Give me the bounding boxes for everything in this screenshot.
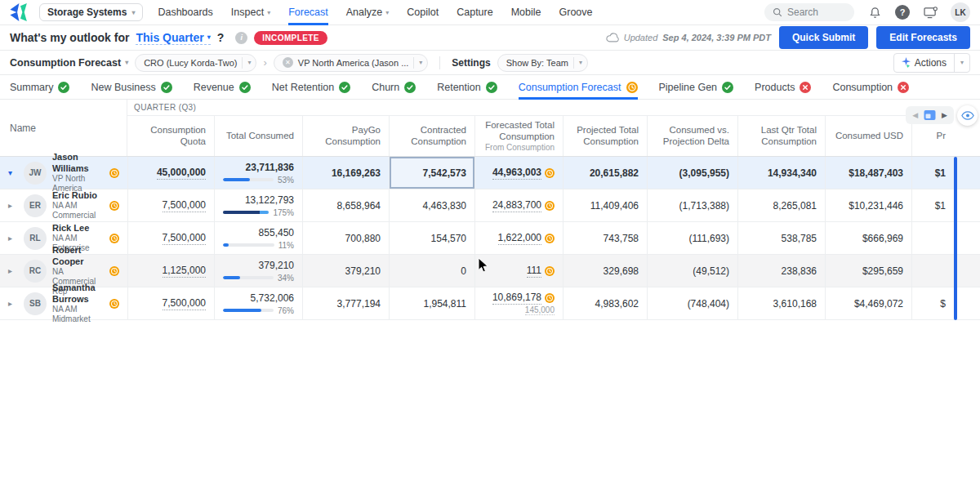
pager-next-icon[interactable]: ▶: [942, 111, 947, 119]
table-cell[interactable]: 7,500,000: [127, 189, 214, 221]
table-cell[interactable]: 111: [474, 255, 563, 287]
table-cell[interactable]: 7,500,000: [127, 222, 214, 254]
projection-delta-value: (49,512): [693, 265, 729, 277]
table-cell[interactable]: 0: [389, 255, 474, 287]
nav-item-capture[interactable]: Capture: [457, 0, 492, 25]
filter-cro-pill[interactable]: CRO (Lucy Korda-Two) ▾: [135, 54, 256, 72]
remove-filter-icon[interactable]: ✕: [283, 57, 293, 68]
nav-item-inspect[interactable]: Inspect▾: [231, 0, 270, 25]
status-check-icon: [486, 82, 497, 93]
projected-total-value: 329,698: [604, 265, 639, 277]
workspace-selector[interactable]: Storage Systems ▾: [39, 3, 143, 21]
tab-churn[interactable]: Churn: [372, 75, 416, 100]
table-cell[interactable]: 7,500,000: [127, 287, 214, 319]
tab-summary[interactable]: Summary: [10, 75, 69, 100]
nav-item-copilot[interactable]: Copilot: [407, 0, 439, 25]
projection-delta-value: (1,713,388): [679, 200, 729, 212]
edit-forecasts-button[interactable]: Edit Forecasts: [876, 26, 970, 49]
table-cell[interactable]: 7,542,573: [389, 157, 474, 189]
collapse-row-icon[interactable]: ▾: [8, 168, 18, 177]
forecasted-total-value[interactable]: 24,883,700: [492, 199, 541, 212]
tab-new-business[interactable]: New Business: [91, 75, 172, 100]
table-row[interactable]: ▸RCRobert CooperNA Commercial Rep1,125,0…: [0, 255, 980, 287]
tab-consumption-forecast[interactable]: Consumption Forecast: [519, 75, 638, 100]
table-cell[interactable]: 10,869,178145,000: [474, 287, 563, 319]
quick-submit-button[interactable]: Quick Submit: [779, 26, 868, 49]
table-cell[interactable]: 24,883,700: [474, 189, 563, 221]
tab-products[interactable]: Products: [755, 75, 811, 100]
nav-item-dashboards[interactable]: Dashboards: [158, 0, 212, 25]
consumption-quota-value[interactable]: 7,500,000: [163, 297, 206, 310]
contracted-consumption-value[interactable]: 7,542,573: [423, 167, 466, 179]
table-scrollbar[interactable]: [954, 157, 957, 320]
forecasted-total-value[interactable]: 44,963,003: [492, 167, 541, 180]
pager-calendar-icon[interactable]: [924, 109, 936, 121]
forecasted-total-value[interactable]: 111: [527, 265, 541, 278]
consumption-quota-value[interactable]: 7,500,000: [163, 232, 206, 245]
nav-item-groove[interactable]: Groove: [559, 0, 593, 25]
table-cell[interactable]: 44,963,003: [474, 157, 563, 189]
table-cell[interactable]: 1,125,000: [127, 255, 214, 287]
table-row[interactable]: ▾JWJason WilliamsVP North America45,000,…: [0, 157, 980, 189]
pager-prev-icon[interactable]: ◀: [912, 111, 918, 119]
period-selector[interactable]: This Quarter ▾: [136, 31, 210, 45]
user-avatar[interactable]: LK: [951, 2, 970, 22]
expand-row-icon[interactable]: ▸: [8, 299, 18, 308]
forecasted-total-value[interactable]: 1,622,000: [498, 232, 541, 245]
tab-label: Pipeline Gen: [659, 82, 718, 93]
table-cell: (3,095,955): [647, 157, 737, 189]
column-label: Consumed USD: [835, 130, 903, 141]
table-row[interactable]: ▸EREric RubioNA AM Commercial7,500,00013…: [0, 189, 980, 222]
filter-vp-pill[interactable]: ✕ VP North America (Jason ... ▾: [274, 54, 429, 72]
forecasted-total-value[interactable]: 10,869,178: [492, 292, 541, 305]
contracted-consumption-value[interactable]: 1,954,811: [424, 298, 467, 310]
consumption-quota-value[interactable]: 1,125,000: [163, 265, 206, 278]
contracted-consumption-value[interactable]: 4,463,830: [423, 200, 466, 212]
pending-clock-icon: [109, 266, 119, 276]
actions-button[interactable]: Actions ▾: [893, 53, 970, 73]
consumption-quota-value[interactable]: 7,500,000: [163, 199, 206, 212]
show-by-pill[interactable]: Show By: Team ▾: [497, 54, 588, 72]
table-cell[interactable]: 45,000,000: [127, 157, 214, 189]
view-title[interactable]: Consumption Forecast ▾: [10, 57, 128, 69]
nav-item-label: Copilot: [407, 7, 439, 18]
tab-consumption[interactable]: Consumption: [832, 75, 909, 100]
column-header-6[interactable]: Projected Total Consumption: [563, 116, 647, 156]
tab-revenue[interactable]: Revenue: [194, 75, 251, 100]
nav-item-mobile[interactable]: Mobile: [511, 0, 541, 25]
actions-dropdown-caret[interactable]: ▾: [954, 54, 969, 72]
tab-pipeline-gen[interactable]: Pipeline Gen: [659, 75, 734, 100]
expand-row-icon[interactable]: ▸: [8, 266, 18, 275]
info-icon[interactable]: i: [235, 32, 247, 44]
table-cell[interactable]: 154,570: [389, 222, 474, 254]
contracted-consumption-value[interactable]: 0: [461, 265, 466, 277]
column-header-9[interactable]: Consumed USD: [825, 116, 911, 156]
quarter-pager[interactable]: ◀ ▶: [906, 106, 954, 124]
help-icon[interactable]: ?: [895, 5, 910, 20]
column-header-7[interactable]: Consumed vs. Projection Delta: [647, 116, 737, 156]
table-row[interactable]: ▸RLRick LeeNA AM Enterprise7,500,000855,…: [0, 222, 980, 255]
notifications-bell-icon[interactable]: [866, 3, 884, 21]
table-row[interactable]: ▸SBSamantha BurrowsNA AM Midmarket7,500,…: [0, 287, 980, 320]
table-cell[interactable]: 1,622,000: [474, 222, 563, 254]
contracted-consumption-value[interactable]: 154,570: [431, 233, 466, 244]
search-input[interactable]: Search: [764, 3, 854, 21]
column-header-5[interactable]: Forecasted Total ConsumptionFrom Consump…: [474, 116, 563, 156]
visibility-eye-button[interactable]: [957, 105, 978, 126]
tab-retention[interactable]: Retention: [437, 75, 497, 100]
table-cell[interactable]: 4,463,830: [389, 189, 474, 221]
table-cell[interactable]: 1,954,811: [389, 287, 474, 319]
expand-row-icon[interactable]: ▸: [8, 201, 18, 210]
name-column-header[interactable]: Name: [0, 100, 127, 156]
column-header-1[interactable]: Consumption Quota: [127, 116, 214, 156]
column-header-8[interactable]: Last Qtr Total Consumption: [737, 116, 825, 156]
column-header-3[interactable]: PayGo Consumption: [302, 116, 389, 156]
column-header-2[interactable]: Total Consumed: [214, 116, 302, 156]
nav-item-analyze[interactable]: Analyze▾: [346, 0, 390, 25]
consumption-quota-value[interactable]: 45,000,000: [157, 167, 206, 180]
nav-item-forecast[interactable]: Forecast: [288, 0, 328, 25]
tab-net-retention[interactable]: Net Retention: [272, 75, 350, 100]
column-header-4[interactable]: Contracted Consumption: [389, 116, 474, 156]
screen-share-icon[interactable]: [921, 3, 939, 21]
expand-row-icon[interactable]: ▸: [8, 234, 18, 243]
